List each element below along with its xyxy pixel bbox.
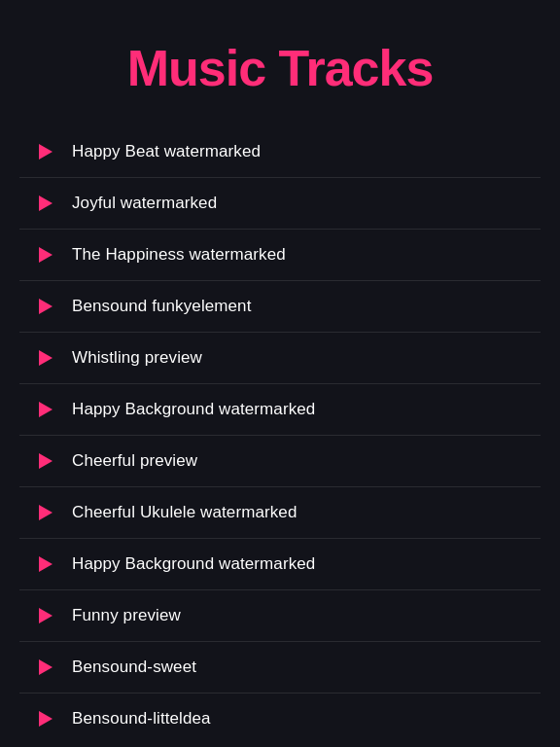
play-icon: [39, 402, 52, 417]
track-list: Happy Beat watermarkedJoyful watermarked…: [0, 126, 560, 744]
play-icon: [39, 505, 52, 520]
track-item[interactable]: Cheerful preview: [19, 436, 541, 487]
play-icon: [39, 350, 52, 366]
track-item[interactable]: Whistling preview: [19, 333, 541, 384]
track-item[interactable]: The Happiness watermarked: [19, 230, 541, 281]
play-icon: [39, 556, 52, 572]
page-container: Music Tracks Happy Beat watermarkedJoyfu…: [0, 0, 560, 747]
track-name: Whistling preview: [72, 348, 202, 368]
play-icon: [39, 608, 52, 623]
track-item[interactable]: Cheerful Ukulele watermarked: [19, 487, 541, 539]
track-name: Bensound-sweet: [72, 658, 196, 677]
play-icon: [39, 453, 52, 469]
track-name: Happy Background watermarked: [72, 400, 315, 419]
track-name: Funny preview: [72, 606, 181, 625]
track-item[interactable]: Bensound funkyelement: [19, 281, 541, 333]
track-name: The Happiness watermarked: [72, 245, 286, 265]
play-icon: [39, 144, 52, 160]
track-item[interactable]: Joyful watermarked: [19, 178, 541, 230]
play-icon: [39, 247, 52, 263]
track-item[interactable]: Bensound-sweet: [19, 642, 541, 694]
track-name: Cheerful preview: [72, 451, 197, 471]
track-item[interactable]: Happy Beat watermarked: [19, 126, 541, 178]
page-title: Music Tracks: [0, 39, 560, 97]
track-name: Cheerful Ukulele watermarked: [72, 503, 297, 522]
track-name: Bensound-litteldea: [72, 709, 211, 729]
track-name: Happy Background watermarked: [72, 554, 315, 574]
play-icon: [39, 711, 52, 727]
track-name: Joyful watermarked: [72, 194, 217, 213]
track-item[interactable]: Funny preview: [19, 590, 541, 642]
track-item[interactable]: Happy Background watermarked: [19, 539, 541, 590]
track-name: Happy Beat watermarked: [72, 142, 261, 161]
track-name: Bensound funkyelement: [72, 297, 252, 316]
track-item[interactable]: Bensound-litteldea: [19, 694, 541, 744]
track-item[interactable]: Happy Background watermarked: [19, 384, 541, 436]
play-icon: [39, 196, 52, 211]
play-icon: [39, 659, 52, 675]
play-icon: [39, 299, 52, 314]
